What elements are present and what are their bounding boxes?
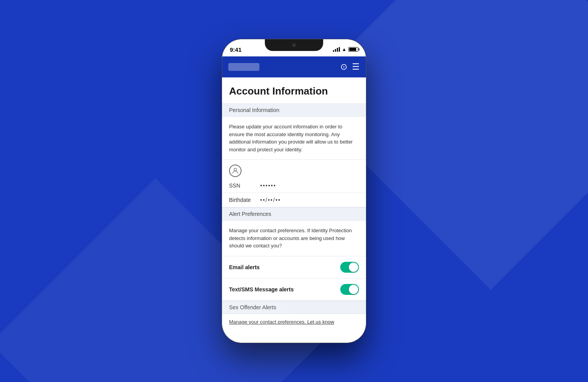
app-logo: [228, 63, 259, 71]
sms-alerts-knob: [349, 285, 358, 294]
sms-alerts-label: Text/SMS Message alerts: [229, 286, 294, 293]
wifi-icon: ▲: [342, 47, 346, 52]
birthdate-field-row[interactable]: Birthdate ••/••/••: [222, 193, 366, 207]
email-alerts-toggle[interactable]: [340, 262, 359, 273]
status-time: 9:41: [230, 46, 242, 53]
content-area[interactable]: Account Information Personal Information…: [222, 77, 366, 343]
page-title: Account Information: [222, 77, 366, 103]
phone-notch: [265, 39, 323, 51]
ssn-value: ••••••: [260, 182, 276, 189]
camera-icon: [292, 43, 296, 47]
status-icons: ▲: [333, 47, 358, 52]
personal-info-description: Please update your account information i…: [222, 117, 366, 160]
sms-alerts-toggle[interactable]: [340, 284, 359, 295]
sms-alerts-row: Text/SMS Message alerts: [222, 279, 366, 301]
personal-info-section-header: Personal Information: [222, 103, 366, 117]
phone-shell: 9:41 ▲ ⊙: [222, 39, 366, 343]
birthdate-value: ••/••/••: [260, 197, 281, 203]
app-header: ⊙ ☰: [222, 56, 366, 77]
profile-icon[interactable]: ⊙: [340, 62, 347, 72]
header-icons: ⊙ ☰: [340, 62, 360, 72]
ssn-field-row[interactable]: SSN ••••••: [222, 179, 366, 193]
sex-offender-preview: Manage your contact preferences. Let us …: [222, 314, 366, 330]
email-alerts-knob: [349, 263, 358, 272]
battery-icon: [348, 47, 358, 52]
birthdate-label: Birthdate: [229, 197, 260, 203]
user-icon-row: [222, 160, 366, 179]
alert-prefs-description: Manage your contact preferences. If Iden…: [222, 221, 366, 256]
alert-prefs-section-header: Alert Preferences: [222, 207, 366, 221]
svg-point-0: [234, 168, 237, 171]
menu-icon[interactable]: ☰: [352, 62, 360, 72]
ssn-label: SSN: [229, 182, 260, 189]
phone-mockup: 9:41 ▲ ⊙: [222, 39, 366, 343]
email-alerts-row: Email alerts: [222, 256, 366, 279]
user-avatar-icon: [229, 165, 242, 177]
phone-screen: 9:41 ▲ ⊙: [222, 39, 366, 343]
sex-offender-section-header: Sex Offender Alerts: [222, 301, 366, 314]
email-alerts-label: Email alerts: [229, 264, 260, 270]
signal-icon: [333, 47, 340, 52]
